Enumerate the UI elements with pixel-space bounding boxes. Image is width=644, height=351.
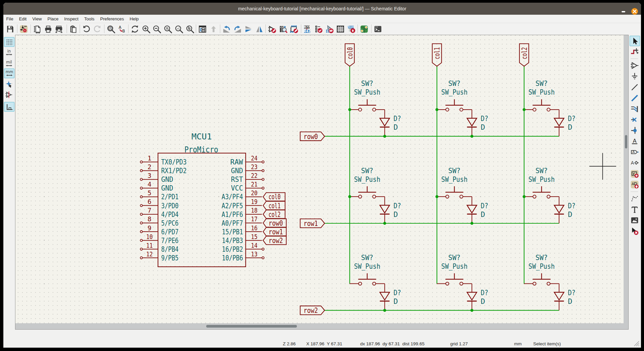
annotate-button[interactable]: R?? R42 <box>303 25 312 33</box>
units-mm-button[interactable]: mm <box>4 69 14 78</box>
place-power-button[interactable] <box>630 71 640 82</box>
switch-symbol[interactable]: SW?SW_Push <box>524 79 559 111</box>
global-label-text[interactable]: col2 <box>268 210 280 219</box>
net-label-button[interactable]: A <box>630 136 640 147</box>
delete-tool-button[interactable] <box>630 226 640 236</box>
place-image-button[interactable] <box>630 215 640 226</box>
switch-value[interactable]: SW_Push <box>529 175 555 184</box>
diode-triangle[interactable] <box>554 205 564 213</box>
junction[interactable] <box>522 195 526 198</box>
diode-value[interactable]: D <box>481 123 485 131</box>
switch-value[interactable]: SW_Push <box>354 262 381 270</box>
export-bom-button[interactable]: .bom <box>347 25 356 33</box>
diode-value[interactable]: D <box>394 123 398 131</box>
pin-end[interactable] <box>140 248 143 250</box>
vertical-scrollbar[interactable] <box>624 35 628 329</box>
diode-reference[interactable]: D? <box>394 202 401 210</box>
horizontal-scrollbar-thumb[interactable] <box>206 325 297 328</box>
diode-triangle[interactable] <box>467 118 477 126</box>
menu-edit[interactable]: Edit <box>16 15 29 23</box>
menu-tools[interactable]: Tools <box>81 15 97 23</box>
pin-name[interactable]: RST <box>231 175 243 184</box>
global-label-row0[interactable]: row0 <box>263 219 286 227</box>
switch-contact[interactable] <box>547 108 550 111</box>
pin-number[interactable]: 21 <box>251 181 258 188</box>
global-label-text[interactable]: col1 <box>433 47 441 59</box>
pin-end[interactable] <box>140 187 143 189</box>
switch-symbol[interactable]: SW?SW_Push <box>350 79 385 111</box>
select-button[interactable] <box>630 36 640 46</box>
switch-value[interactable]: SW_Push <box>529 262 555 270</box>
junction[interactable] <box>383 309 386 312</box>
pin-number[interactable]: 14 <box>251 242 258 249</box>
sheet-pin-button[interactable]: A <box>630 180 640 190</box>
pin-name[interactable]: A3/PF4 <box>222 193 243 201</box>
print-button[interactable] <box>44 25 53 33</box>
pin-name[interactable]: 9/PB5 <box>161 254 179 262</box>
pin-name[interactable]: A2/PF5 <box>222 202 243 210</box>
switch-reference[interactable]: SW? <box>536 79 548 88</box>
pin-name[interactable]: 6/PD7 <box>161 228 179 236</box>
pin-number[interactable]: 19 <box>251 198 258 206</box>
library-browser-button[interactable] <box>279 25 288 33</box>
diode-reference[interactable]: D? <box>394 114 401 123</box>
switch-contact[interactable] <box>358 108 361 111</box>
pin-number[interactable]: 20 <box>251 189 258 197</box>
junction[interactable] <box>435 108 438 111</box>
pin-number[interactable]: 2 <box>148 163 152 171</box>
pin-name[interactable]: 15/PB1 <box>222 228 243 236</box>
global-label-col0[interactable]: col0 <box>345 44 354 66</box>
global-label-col2[interactable]: col2 <box>519 44 529 66</box>
draw-lines-button[interactable] <box>630 194 640 204</box>
global-label-col2[interactable]: col2 <box>263 210 285 218</box>
save-button[interactable] <box>6 25 14 33</box>
pin-number[interactable]: 6 <box>148 198 152 206</box>
diode-symbol[interactable]: D?D <box>554 114 576 136</box>
refresh-button[interactable] <box>131 25 139 33</box>
minimize-button[interactable] <box>622 11 625 12</box>
switch-value[interactable]: SW_Push <box>529 88 555 96</box>
switch-contact[interactable] <box>533 195 536 198</box>
diode-value[interactable]: D <box>568 297 572 306</box>
pin-name[interactable]: 14/PB3 <box>222 236 243 245</box>
pin-name[interactable]: RX1/PD2 <box>161 166 187 175</box>
zoom-objects-button[interactable] <box>174 25 183 33</box>
matrix-cell-row2-col1[interactable]: SW?SW_PushD?D <box>437 253 488 312</box>
plot-button[interactable] <box>55 25 63 33</box>
mcu-pin-24[interactable]: 24RAW <box>230 154 264 166</box>
switch-reference[interactable]: SW? <box>361 79 374 88</box>
global-label-text[interactable]: row1 <box>268 228 283 236</box>
global-label-row0[interactable]: row0 <box>300 132 325 141</box>
junction[interactable] <box>348 195 351 198</box>
switch-reference[interactable]: SW? <box>448 253 461 262</box>
switch-symbol[interactable]: SW?SW_Push <box>437 253 472 285</box>
pin-name[interactable]: 5/PC6 <box>161 219 179 227</box>
junction[interactable] <box>383 135 386 138</box>
switch-contact[interactable] <box>533 282 536 285</box>
global-label-row2[interactable]: row2 <box>300 306 325 315</box>
mcu-symbol[interactable]: MCU1ProMicro1TX0/PD32RX1/PD23GND4GND52/P… <box>140 132 264 267</box>
pin-number[interactable]: 11 <box>146 242 153 249</box>
pin-number[interactable]: 18 <box>251 207 258 214</box>
hidden-pins-button[interactable] <box>4 90 14 100</box>
pin-number[interactable]: 1 <box>148 154 152 162</box>
matrix-cell-row2-col0[interactable]: SW?SW_PushD?D <box>350 253 401 312</box>
diode-reference[interactable]: D? <box>568 114 576 123</box>
mcu-value[interactable]: ProMicro <box>184 145 218 154</box>
pin-end[interactable] <box>140 231 143 233</box>
pin-end[interactable] <box>140 161 143 163</box>
pin-name[interactable]: A1/PF6 <box>222 210 243 219</box>
switch-symbol[interactable]: SW?SW_Push <box>437 166 472 198</box>
mcu-reference[interactable]: MCU1 <box>191 132 212 141</box>
matrix-wires[interactable] <box>325 66 559 310</box>
pin-end[interactable] <box>140 205 143 207</box>
pin-number[interactable]: 10 <box>146 233 153 241</box>
pin-name[interactable]: TX0/PD3 <box>161 158 187 166</box>
pcb-editor-button[interactable] <box>360 25 369 33</box>
junction[interactable] <box>383 222 386 225</box>
switch-contact[interactable] <box>358 282 361 285</box>
pin-name[interactable]: 7/PE6 <box>161 236 179 245</box>
diode-reference[interactable]: D? <box>481 114 488 123</box>
cursor-shape-button[interactable] <box>4 79 14 89</box>
matrix-cell-row1-col0[interactable]: SW?SW_PushD?D <box>348 166 401 225</box>
